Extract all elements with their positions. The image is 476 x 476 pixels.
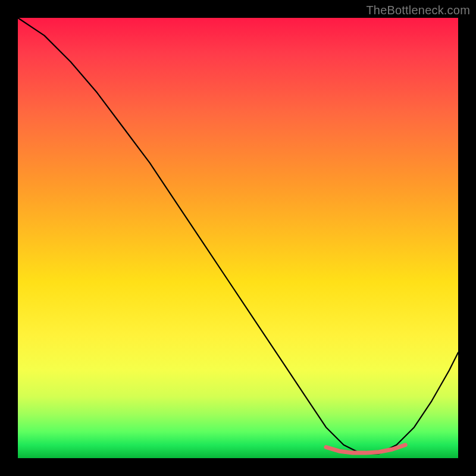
chart-frame: TheBottleneck.com (0, 0, 476, 476)
watermark-text: TheBottleneck.com (366, 4, 470, 17)
plot-area (18, 18, 458, 458)
bottleneck-curve (18, 18, 458, 454)
chart-svg (18, 18, 458, 458)
